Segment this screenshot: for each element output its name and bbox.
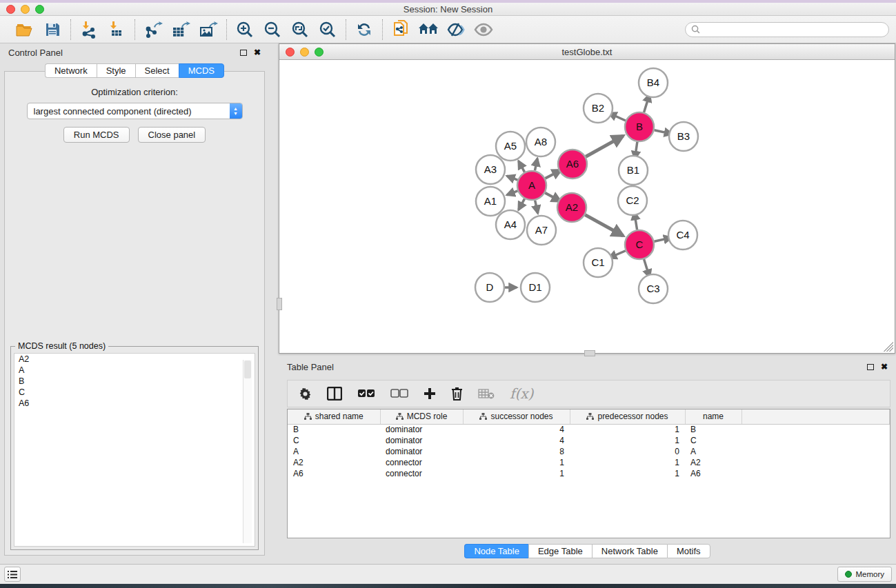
table-row[interactable]: Bdominator41B [288, 424, 890, 435]
column-header-successor-nodes[interactable]: successor nodes [463, 409, 570, 424]
dropdown-stepper-icon: ▲▼ [230, 103, 242, 119]
memory-status-icon [845, 571, 852, 578]
graph-node-label: A3 [484, 163, 497, 175]
open-file-icon[interactable] [13, 19, 37, 41]
splitter-handle-left[interactable] [277, 298, 282, 310]
mcds-result-box: MCDS result (5 nodes) A2 A B C A6 [10, 346, 259, 550]
graph-edge[interactable] [586, 136, 623, 156]
graph-node-label: C [636, 239, 644, 250]
tab-network[interactable]: Network [45, 63, 97, 78]
column-header-name[interactable]: name [685, 409, 741, 424]
splitter-handle-bottom[interactable] [584, 350, 595, 356]
run-mcds-button[interactable]: Run MCDS [63, 127, 130, 143]
hierarchy-icon [586, 413, 594, 420]
close-panel-button[interactable]: Close panel [138, 127, 206, 143]
tab-network-table[interactable]: Network Table [592, 544, 667, 558]
graph-edge[interactable] [519, 199, 525, 210]
graph-node-label: C4 [676, 229, 689, 241]
graph-edge[interactable] [507, 191, 517, 195]
close-table-panel-icon[interactable]: ✖ [881, 363, 888, 370]
column-chooser-icon[interactable] [327, 387, 342, 401]
search-input[interactable] [700, 25, 883, 34]
tab-motifs[interactable]: Motifs [667, 544, 710, 558]
tab-edge-table[interactable]: Edge Table [528, 544, 592, 558]
column-header-mcds-role[interactable]: MCDS role [380, 409, 463, 424]
home-icon[interactable] [417, 19, 440, 41]
delete-column-icon[interactable] [451, 387, 463, 401]
zoom-out-icon[interactable] [261, 19, 284, 41]
status-bar: Memory [0, 564, 896, 584]
tab-mcds[interactable]: MCDS [179, 63, 224, 78]
table-row[interactable]: A6connector11A6 [288, 468, 890, 479]
tab-style[interactable]: Style [97, 63, 135, 78]
list-item[interactable]: A2 [14, 354, 255, 365]
column-header-filler [741, 409, 890, 424]
list-item[interactable]: B [14, 376, 255, 387]
select-all-checks-icon[interactable] [357, 389, 375, 398]
toggle-graphics-details-icon[interactable] [444, 19, 468, 41]
optimization-criterion-label: Optimization criterion: [5, 87, 264, 97]
table-row[interactable]: Adominator80A [288, 446, 890, 457]
deselect-all-checks-icon[interactable] [390, 389, 408, 398]
list-scrollbar[interactable] [243, 360, 252, 543]
close-panel-icon[interactable]: ✖ [254, 49, 261, 56]
node-table[interactable]: shared name MCDS role successor nodes pr… [287, 409, 890, 538]
export-image-icon[interactable] [197, 19, 220, 41]
birds-eye-view-icon[interactable] [472, 19, 495, 41]
graph-edge[interactable] [519, 161, 525, 172]
import-network-icon[interactable] [77, 19, 101, 41]
graph-edge[interactable] [545, 193, 560, 201]
network-view-window[interactable]: testGlobe.txt B4B2BB3A5A8A6B1A3AA1C2A2A4… [279, 43, 895, 354]
tab-node-table[interactable]: Node Table [464, 544, 528, 558]
new-network-from-selection-icon[interactable] [389, 19, 412, 41]
export-network-icon[interactable] [141, 19, 165, 41]
add-column-icon[interactable] [424, 387, 436, 400]
settings-gear-icon[interactable] [299, 387, 312, 401]
graph-edge[interactable] [545, 170, 561, 179]
network-window-titlebar[interactable]: testGlobe.txt [279, 44, 895, 60]
graph-node-label: A6 [566, 158, 579, 170]
criterion-dropdown[interactable]: largest connected component (directed) ▲… [27, 103, 243, 119]
graph-node-label: A2 [566, 201, 578, 213]
task-history-button[interactable] [4, 567, 21, 582]
window-title: Session: New Session [0, 4, 896, 14]
tab-select[interactable]: Select [135, 63, 179, 78]
graph-node-label: C3 [646, 283, 659, 294]
list-item[interactable]: A6 [14, 398, 255, 409]
control-panel: Control Panel ✖ Network Style Select MCD… [0, 43, 269, 564]
network-window-title: testGlobe.txt [279, 47, 895, 57]
function-builder-icon[interactable]: f(x) [510, 385, 533, 402]
hierarchy-icon [479, 413, 487, 420]
criterion-value: largest connected component (directed) [28, 106, 230, 116]
list-item[interactable]: A [14, 365, 255, 376]
zoom-in-icon[interactable] [233, 19, 257, 41]
export-table-icon[interactable] [169, 19, 192, 41]
graph-edge[interactable] [507, 176, 517, 180]
search-box[interactable] [685, 22, 889, 37]
graph-node-label: A [528, 179, 535, 191]
save-session-icon[interactable] [41, 19, 64, 41]
network-canvas[interactable]: B4B2BB3A5A8A6B1A3AA1C2A2A4A7C4CC1DD1C3 [279, 61, 895, 353]
import-table-icon[interactable] [105, 19, 128, 41]
zoom-fit-icon[interactable] [288, 19, 312, 41]
list-item[interactable]: C [14, 387, 255, 398]
resize-grip-icon[interactable] [884, 342, 893, 352]
table-row[interactable]: A2connector11A2 [288, 457, 890, 468]
column-header-predecessor-nodes[interactable]: predecessor nodes [570, 409, 685, 424]
main-titlebar[interactable]: Session: New Session [0, 3, 896, 16]
float-table-panel-icon[interactable] [867, 364, 874, 370]
delete-table-icon[interactable] [478, 388, 495, 399]
mcds-result-list[interactable]: A2 A B C A6 [14, 353, 255, 547]
graph-edge[interactable] [535, 159, 537, 171]
graph-node-label: C2 [626, 194, 639, 206]
refresh-icon[interactable] [352, 19, 376, 41]
zoom-selected-icon[interactable] [316, 19, 339, 41]
graph-edge[interactable] [535, 201, 538, 214]
memory-button[interactable]: Memory [837, 567, 892, 582]
table-header-row: shared name MCDS role successor nodes pr… [288, 409, 890, 424]
column-header-shared-name[interactable]: shared name [288, 409, 380, 424]
float-panel-icon[interactable] [240, 50, 247, 56]
control-panel-tabs: Network Style Select MCDS [45, 63, 224, 78]
table-row[interactable]: Cdominator41C [288, 435, 890, 446]
graph-edge[interactable] [585, 215, 623, 236]
